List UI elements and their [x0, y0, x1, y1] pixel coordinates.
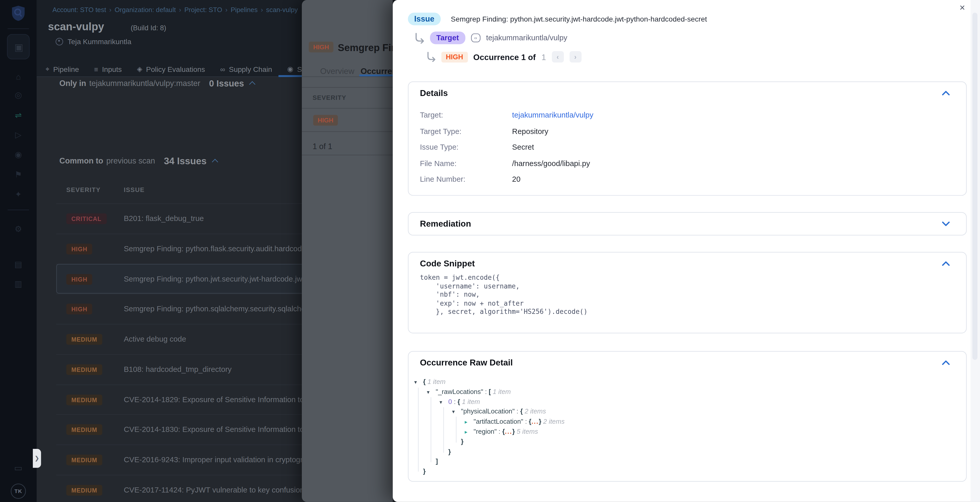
- chevron-down-icon[interactable]: [941, 218, 951, 229]
- breadcrumb-item[interactable]: Organization: default: [115, 6, 176, 13]
- table-row-issue[interactable]: CVE-2016-9243: Improper input validation…: [124, 455, 311, 464]
- sidebar-expand-button[interactable]: ❯: [33, 449, 41, 468]
- page-title: scan-vulpy: [48, 21, 104, 33]
- settings-icon[interactable]: ⚙: [0, 225, 37, 233]
- tree-line[interactable]: ]: [427, 457, 565, 467]
- breadcrumb-separator: ›: [261, 6, 263, 13]
- severity-badge: MEDIUM: [66, 424, 102, 435]
- breadcrumb-item[interactable]: Project: STO: [184, 6, 222, 13]
- hierarchy-icon[interactable]: ▥: [0, 280, 37, 288]
- breadcrumb-separator: ›: [179, 6, 181, 13]
- detail-value: /harness/good/libapi.py: [512, 159, 590, 168]
- tree-line[interactable]: ▸"artifactLocation" : {...} 2 items: [465, 417, 565, 427]
- detail-label: File Name:: [420, 159, 457, 168]
- severity-badge: HIGH: [66, 304, 92, 315]
- breadcrumb-item[interactable]: Pipelines: [231, 6, 258, 13]
- security-icon: ◉: [287, 65, 293, 73]
- tab-inputs[interactable]: ≡Inputs: [94, 65, 122, 73]
- tree-seg-pb: {: [423, 378, 426, 385]
- tab-overview[interactable]: Overview: [320, 66, 354, 76]
- chevron-up-icon[interactable]: [941, 259, 951, 269]
- occurrence-detail-drawer: × Issue Semgrep Finding: python.jwt.secu…: [393, 0, 980, 502]
- detail-label: Target:: [420, 111, 443, 119]
- scrollbar-thumb[interactable]: [972, 13, 977, 360]
- breadcrumb-item[interactable]: scan-vulpy: [266, 6, 298, 13]
- app-root: ▣ ⌂◎⇌▷◉⚑✦⚙▤▥ ▭ TK ❯ Account: STO test›Or…: [0, 0, 980, 502]
- remediation-heading: Remediation: [420, 219, 471, 229]
- tree-line[interactable]: }: [452, 437, 565, 447]
- table-row-issue[interactable]: Active debug code: [124, 335, 186, 343]
- executions-icon[interactable]: ▷: [0, 130, 37, 139]
- collapse-chevron-icon[interactable]: [250, 81, 256, 87]
- prev-occurrence-button[interactable]: ‹: [552, 51, 564, 62]
- tree-spacer: [427, 458, 436, 467]
- tree-line[interactable]: }: [414, 467, 565, 477]
- policy-icon: ◈: [137, 65, 142, 73]
- drawer-issue-title: Semgrep Finding: python.jwt.security.jwt…: [451, 15, 707, 23]
- severity-badge: HIGH: [66, 243, 92, 254]
- breadcrumb-separator: ›: [225, 6, 228, 13]
- packages-icon[interactable]: ▤: [0, 260, 37, 268]
- keys-icon[interactable]: ✦: [0, 190, 37, 198]
- breadcrumb-item[interactable]: Account: STO test: [52, 6, 106, 13]
- table-row-issue[interactable]: B201: flask_debug_true: [124, 214, 204, 223]
- tree-down-arrow-icon[interactable]: ▾: [439, 397, 448, 408]
- tree-seg-pb: {: [529, 418, 531, 425]
- tree-seg-key: "region": [474, 427, 497, 435]
- occurrence-label: Occurrence 1 of: [473, 52, 536, 62]
- tree-seg-d: ...: [505, 427, 512, 435]
- chevron-up-icon[interactable]: [941, 358, 951, 368]
- tree-line[interactable]: ▾0 : { 1 item: [439, 397, 565, 407]
- divider: [302, 87, 393, 87]
- severity-badge: MEDIUM: [66, 394, 102, 405]
- tree-down-arrow-icon[interactable]: ▾: [414, 378, 423, 388]
- targets-icon[interactable]: ◉: [0, 150, 37, 158]
- tree-spacer: [439, 447, 448, 458]
- tree-line[interactable]: ▾"physicalLocation" : { 2 items: [452, 407, 565, 417]
- tree-line[interactable]: ▸"region" : {...} 5 items: [465, 427, 565, 437]
- pipelines-icon[interactable]: ⇌: [0, 111, 37, 119]
- table-row-issue[interactable]: CVE-2014-1829: Exposure of Sensitive Inf…: [124, 395, 315, 404]
- discovery-icon[interactable]: ◎: [0, 91, 37, 99]
- occurrence-row-severity[interactable]: HIGH: [313, 115, 338, 126]
- tree-down-arrow-icon[interactable]: ▾: [427, 388, 436, 397]
- tab-pipeline[interactable]: ⌖Pipeline: [45, 65, 79, 73]
- branch-arrow-icon: [414, 33, 424, 43]
- table-row-issue[interactable]: CVE-2017-11424: PyJWT vulnerable to key …: [124, 485, 315, 494]
- chevron-up-icon[interactable]: [941, 88, 951, 98]
- tree-seg-pn: :: [497, 427, 502, 435]
- detail-label: Issue Type:: [420, 143, 458, 151]
- tree-seg-c: 2 items: [541, 418, 565, 425]
- tab-supply-chain[interactable]: ∞Supply Chain: [220, 65, 272, 73]
- severity-badge: MEDIUM: [66, 485, 102, 496]
- user-avatar[interactable]: TK: [11, 483, 26, 499]
- flags-icon[interactable]: ⚑: [0, 170, 37, 179]
- tab-label: Pipeline: [53, 65, 79, 73]
- detail-value-link[interactable]: tejakummarikuntla/vulpy: [512, 111, 593, 119]
- harness-sto-logo-icon[interactable]: [11, 5, 26, 22]
- tree-right-arrow-icon[interactable]: ▸: [465, 427, 474, 437]
- table-row-issue[interactable]: Semgrep Finding: python.jwt.security.jwt…: [124, 274, 311, 283]
- tab-policy-evaluations[interactable]: ◈Policy Evaluations: [137, 65, 205, 73]
- monitor-icon[interactable]: ▭: [0, 464, 37, 472]
- divider: [302, 108, 393, 108]
- next-occurrence-button[interactable]: ›: [569, 51, 581, 62]
- row-divider: [56, 384, 334, 385]
- table-row-issue[interactable]: Semgrep Finding: python.sqlalchemy.secur…: [124, 304, 312, 313]
- table-row-issue[interactable]: B108: hardcoded_tmp_directory: [124, 365, 232, 373]
- table-row-issue[interactable]: Semgrep Finding: python.flask.security.a…: [124, 244, 313, 253]
- sidebar-module-box[interactable]: ▣: [7, 34, 30, 59]
- tree-right-arrow-icon[interactable]: ▸: [465, 418, 474, 427]
- tree-down-arrow-icon[interactable]: ▾: [452, 408, 461, 418]
- table-row-issue[interactable]: CVE-2014-1830: Exposure of Sensitive Inf…: [124, 425, 315, 434]
- tree-seg-key: "artifactLocation": [474, 418, 523, 425]
- tree-line[interactable]: ▾"_rawLocations" : [ 1 item: [427, 387, 565, 397]
- tree-line[interactable]: ▾{ 1 item: [414, 377, 565, 387]
- tree-line[interactable]: }: [439, 447, 565, 457]
- tab-label: Inputs: [102, 65, 122, 73]
- close-icon[interactable]: ×: [957, 2, 968, 13]
- home-icon[interactable]: ⌂: [0, 73, 37, 81]
- common-count: 34 Issues: [164, 155, 207, 166]
- collapse-chevron-icon[interactable]: [212, 159, 218, 165]
- pipeline-icon: ⌖: [45, 65, 49, 73]
